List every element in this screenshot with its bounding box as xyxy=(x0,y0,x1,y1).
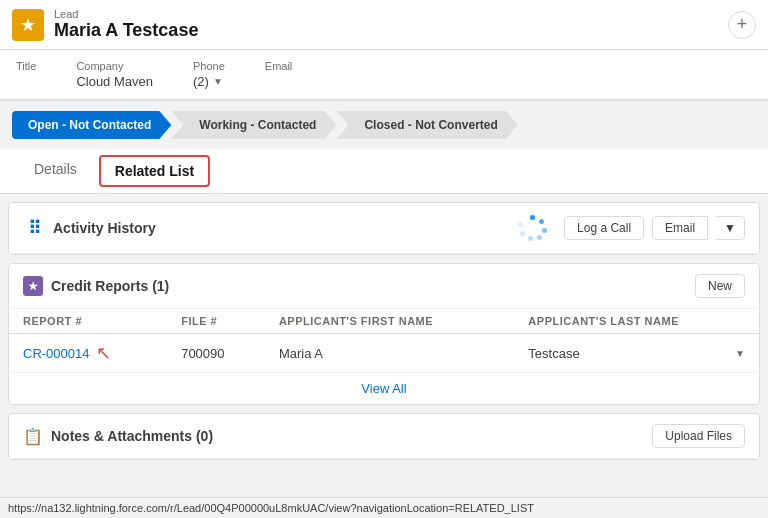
credit-reports-star-icon: ★ xyxy=(23,276,43,296)
phone-label: Phone xyxy=(193,60,225,72)
upload-files-button[interactable]: Upload Files xyxy=(652,424,745,448)
col-last-name: APPLICANT'S LAST NAME xyxy=(514,309,759,334)
tabs-bar: Details Related List xyxy=(0,149,768,194)
notes-icon: 📋 xyxy=(23,426,43,446)
stage-item-open[interactable]: Open - Not Contacted xyxy=(12,111,171,139)
notes-attachments-card: 📋 Notes & Attachments (0) Upload Files xyxy=(8,413,760,460)
cursor-arrow-icon: ↖ xyxy=(96,342,111,364)
status-url: https://na132.lightning.force.com/r/Lead… xyxy=(8,502,534,514)
add-icon: + xyxy=(737,14,748,35)
notes-attachments-label: Notes & Attachments (0) xyxy=(51,428,213,444)
email-button[interactable]: Email xyxy=(652,216,708,240)
stage-button-closed[interactable]: Closed - Not Converted xyxy=(336,111,517,139)
notes-attachments-title: 📋 Notes & Attachments (0) xyxy=(23,426,213,446)
table-row: CR-000014 ↖ 700090 Maria A Testcase ▼ xyxy=(9,334,759,373)
company-value: Cloud Maven xyxy=(76,74,153,89)
email-field: Email xyxy=(265,60,293,89)
col-report-num: REPORT # xyxy=(9,309,167,334)
credit-reports-header: ★ Credit Reports (1) New xyxy=(9,264,759,309)
highlight-bar: Title Company Cloud Maven Phone (2) ▼ Em… xyxy=(0,50,768,101)
view-all-link[interactable]: View All xyxy=(361,381,406,396)
credit-reports-table: REPORT # FILE # APPLICANT'S FIRST NAME A… xyxy=(9,309,759,373)
activity-history-title: ⠿ Activity History xyxy=(23,217,156,239)
title-field: Title xyxy=(16,60,36,89)
view-all-section: View All xyxy=(9,373,759,404)
record-type: Lead xyxy=(54,8,198,20)
header-left: ★ Lead Maria A Testcase xyxy=(12,8,198,41)
email-label: Email xyxy=(265,60,293,72)
new-credit-report-button[interactable]: New xyxy=(695,274,745,298)
phone-chevron-icon: ▼ xyxy=(213,76,223,87)
phone-count: (2) xyxy=(193,74,209,89)
table-header-row: REPORT # FILE # APPLICANT'S FIRST NAME A… xyxy=(9,309,759,334)
company-label: Company xyxy=(76,60,153,72)
activity-history-card: ⠿ Activity History Log a Call Email xyxy=(8,202,760,255)
stage-item-closed[interactable]: Closed - Not Converted xyxy=(336,111,517,139)
notes-attachments-header: 📋 Notes & Attachments (0) Upload Files xyxy=(9,414,759,459)
activity-icon: ⠿ xyxy=(23,217,45,239)
add-button[interactable]: + xyxy=(728,11,756,39)
report-link[interactable]: CR-000014 xyxy=(23,346,90,361)
lead-icon: ★ xyxy=(12,9,44,41)
row-dropdown-icon[interactable]: ▼ xyxy=(735,348,745,359)
log-call-button[interactable]: Log a Call xyxy=(564,216,644,240)
first-name-cell: Maria A xyxy=(265,334,514,373)
col-first-name: APPLICANT'S FIRST NAME xyxy=(265,309,514,334)
file-num-cell: 700090 xyxy=(167,334,265,373)
loading-spinner xyxy=(518,213,548,243)
stage-item-working[interactable]: Working - Contacted xyxy=(171,111,336,139)
activity-actions: Log a Call Email ▼ xyxy=(564,216,745,240)
status-bar: https://na132.lightning.force.com/r/Lead… xyxy=(0,497,768,518)
credit-reports-card: ★ Credit Reports (1) New REPORT # FILE #… xyxy=(8,263,760,405)
company-field: Company Cloud Maven xyxy=(76,60,153,89)
tab-related-list[interactable]: Related List xyxy=(99,155,210,187)
stage-button-open[interactable]: Open - Not Contacted xyxy=(12,111,171,139)
lead-star-icon: ★ xyxy=(20,14,36,36)
record-name: Maria A Testcase xyxy=(54,20,198,41)
email-dropdown-button[interactable]: ▼ xyxy=(716,216,745,240)
record-header: ★ Lead Maria A Testcase + xyxy=(0,0,768,50)
stage-path: Open - Not Contacted Working - Contacted… xyxy=(0,101,768,149)
title-label: Title xyxy=(16,60,36,72)
email-value xyxy=(265,74,293,89)
phone-value[interactable]: (2) ▼ xyxy=(193,74,225,89)
tab-details[interactable]: Details xyxy=(20,155,91,187)
activity-history-header: ⠿ Activity History Log a Call Email xyxy=(9,203,759,254)
credit-reports-title: ★ Credit Reports (1) xyxy=(23,276,169,296)
col-file-num: FILE # xyxy=(167,309,265,334)
stage-button-working[interactable]: Working - Contacted xyxy=(171,111,336,139)
credit-reports-label: Credit Reports (1) xyxy=(51,278,169,294)
last-name-cell: Testcase ▼ xyxy=(514,334,759,373)
title-value xyxy=(16,74,36,89)
header-text: Lead Maria A Testcase xyxy=(54,8,198,41)
report-num-cell: CR-000014 ↖ xyxy=(9,334,167,373)
content-area: ⠿ Activity History Log a Call Email xyxy=(0,194,768,512)
activity-history-label: Activity History xyxy=(53,220,156,236)
phone-field[interactable]: Phone (2) ▼ xyxy=(193,60,225,89)
